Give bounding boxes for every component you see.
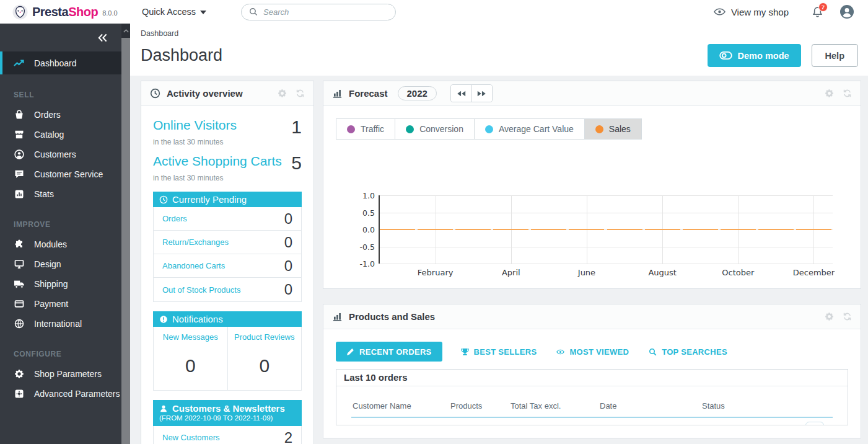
row-label[interactable]: Abandoned Carts — [162, 261, 225, 270]
orders-table-header: Customer NameProductsTotal Tax excl.Date… — [336, 386, 848, 411]
search-box[interactable] — [241, 4, 396, 20]
sidebar-item-customers[interactable]: Customers — [0, 144, 121, 164]
sidebar-item-design[interactable]: Design — [0, 254, 121, 274]
sidebar-item-orders[interactable]: Orders — [0, 105, 121, 125]
forecast-tab-traffic[interactable]: Traffic — [336, 119, 395, 139]
breadcrumb[interactable]: Dashboard — [141, 29, 858, 38]
gear-icon[interactable] — [825, 89, 834, 98]
notifications-header: Notifications — [153, 311, 302, 327]
sidebar-item-advanced-parameters[interactable]: Advanced Parameters — [0, 384, 121, 404]
sidebar-item-label: Customers — [34, 149, 76, 159]
sidebar-item-modules[interactable]: Modules — [0, 234, 121, 254]
bar-chart-icon — [332, 88, 343, 99]
y-axis-tick-label: -0.5 — [350, 242, 375, 251]
scrollbar-thumb[interactable] — [121, 38, 130, 444]
tab-best-sellers[interactable]: BEST SELLERS — [460, 342, 538, 362]
notifications-bell[interactable]: 7 — [812, 6, 823, 18]
order-details-button[interactable] — [805, 422, 824, 425]
row-label[interactable]: Orders — [162, 214, 187, 223]
customers-date-range: (FROM 2022-10-09 TO 2022-11-09) — [159, 414, 296, 422]
customer-service-icon — [14, 169, 25, 179]
sidebar-item-international[interactable]: International — [0, 314, 121, 334]
sidebar-scrollbar[interactable] — [121, 24, 130, 444]
list-item-abandoned-carts: Abandoned Carts0 — [154, 254, 301, 278]
sales-line-segment — [758, 229, 794, 230]
notification-label[interactable]: New Messages — [156, 332, 225, 342]
list-item-return-exchanges: Return/Exchanges0 — [154, 231, 301, 254]
refresh-icon[interactable] — [843, 312, 852, 321]
help-button[interactable]: Help — [812, 44, 858, 67]
legend-dot-icon — [406, 125, 414, 133]
sidebar-item-label: Advanced Parameters — [34, 389, 120, 399]
sidebar-section-sell: SELLOrdersCatalogCustomersCustomer Servi… — [0, 91, 121, 204]
row-label[interactable]: New Customers — [162, 433, 219, 442]
row-label[interactable]: Out of Stock Products — [162, 285, 240, 295]
next-year-button[interactable] — [471, 85, 492, 102]
row-value: 0 — [284, 211, 292, 226]
catalog-icon — [14, 130, 25, 140]
list-item-orders: Orders0 — [154, 207, 301, 231]
stat-label[interactable]: Active Shopping Carts — [153, 154, 282, 169]
sales-line-segment — [569, 229, 604, 230]
currently-pending-list: Orders0Return/Exchanges0Abandoned Carts0… — [153, 207, 302, 302]
activity-stat-online-visitors: Online Visitors1in the last 30 minutes — [153, 118, 302, 146]
stat-value: 1 — [291, 118, 302, 136]
sidebar-item-payment[interactable]: Payment — [0, 294, 121, 314]
legend-dot-icon — [485, 125, 493, 133]
column-header-products: Products — [450, 401, 511, 411]
user-avatar[interactable] — [840, 4, 854, 19]
scroll-up-button[interactable] — [121, 24, 130, 38]
row-value: 0 — [284, 282, 292, 297]
x-axis-tick-label: October — [722, 268, 754, 277]
sidebar-item-label: Payment — [34, 299, 68, 309]
sidebar-item-stats[interactable]: Stats — [0, 184, 121, 204]
dashboard-icon — [14, 58, 25, 68]
sidebar: Dashboard SELLOrdersCatalogCustomersCust… — [0, 24, 130, 444]
quick-access-menu[interactable]: Quick Access — [142, 7, 206, 17]
tab-most-viewed[interactable]: MOST VIEWED — [555, 342, 630, 362]
prestashop-logo[interactable]: PrestaShop 8.0.0 — [0, 4, 133, 20]
refresh-icon[interactable] — [296, 89, 305, 98]
sidebar-item-label: Stats — [34, 189, 54, 199]
sidebar-item-dashboard[interactable]: Dashboard — [0, 51, 121, 74]
tab-label: MOST VIEWED — [569, 347, 629, 357]
demo-mode-button[interactable]: Demo mode — [708, 44, 801, 67]
forecast-tab-average-cart-value[interactable]: Average Cart Value — [474, 119, 584, 139]
tab-recent-orders[interactable]: RECENT ORDERS — [336, 342, 442, 362]
refresh-icon[interactable] — [843, 89, 852, 98]
legend-dot-icon — [595, 125, 603, 133]
sidebar-item-catalog[interactable]: Catalog — [0, 125, 121, 144]
gear-icon[interactable] — [825, 312, 834, 321]
sales-line-segment — [683, 229, 718, 230]
sidebar-item-label: Orders — [34, 110, 61, 120]
row-value: 0 — [284, 235, 292, 250]
collapse-sidebar-button[interactable] — [97, 33, 108, 42]
y-axis-tick-label: -1.0 — [350, 259, 375, 269]
sidebar-item-label: Shop Parameters — [34, 369, 102, 379]
search-input[interactable] — [263, 7, 388, 17]
order-row — [336, 418, 848, 425]
sidebar-item-customer-service[interactable]: Customer Service — [0, 164, 121, 184]
chart-gridline — [379, 247, 833, 247]
notification-label[interactable]: Product Reviews — [230, 332, 299, 342]
row-label[interactable]: Return/Exchanges — [162, 238, 229, 247]
sales-line-segment — [607, 229, 642, 230]
forecast-tab-conversion[interactable]: Conversion — [395, 119, 474, 139]
gear-icon[interactable] — [278, 89, 287, 98]
sales-line-segment — [531, 229, 566, 230]
sales-line-segment — [493, 229, 528, 230]
tab-top-searches[interactable]: TOP SEARCHES — [647, 342, 729, 362]
view-my-shop-link[interactable]: View my shop — [714, 7, 789, 17]
demo-mode-label: Demo mode — [738, 51, 789, 61]
trophy-icon — [461, 348, 469, 356]
y-axis-tick-label: 0.0 — [350, 225, 375, 234]
sidebar-item-shipping[interactable]: Shipping — [0, 274, 121, 294]
sidebar-item-shop-parameters[interactable]: Shop Parameters — [0, 364, 121, 384]
view-my-shop-label: View my shop — [731, 7, 789, 17]
forecast-tab-sales[interactable]: Sales — [584, 119, 641, 139]
page-title: Dashboard — [141, 46, 222, 65]
x-axis-tick-label: December — [793, 268, 835, 277]
previous-year-button[interactable] — [451, 85, 471, 102]
stat-label[interactable]: Online Visitors — [153, 118, 237, 133]
forecast-title: Forecast — [349, 88, 388, 99]
